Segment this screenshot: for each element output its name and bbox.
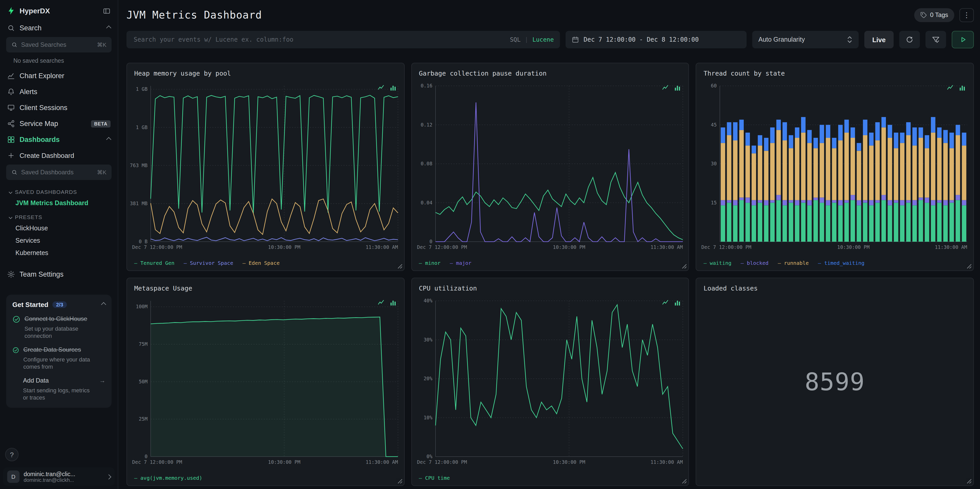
resize-handle[interactable] — [681, 478, 687, 484]
legend-item[interactable]: — CPU time — [419, 475, 450, 481]
chart-legend: — CPU time — [419, 475, 450, 481]
bell-icon — [7, 88, 15, 96]
svg-text:0: 0 — [430, 239, 432, 244]
chart-canvas: 0 B381 MB763 MB1 GB1 GBDec 7 12:00:00 PM… — [130, 81, 401, 251]
monitor-icon — [7, 104, 15, 111]
saved-searches-box[interactable]: ⌘K — [6, 37, 111, 53]
hyperdx-logo-icon — [7, 7, 16, 15]
bar-chart-toggle-icon[interactable] — [958, 84, 966, 92]
group-label: SAVED DASHBOARDS — [15, 189, 77, 195]
service-map-icon — [7, 120, 15, 127]
sidebar-item-team-settings[interactable]: Team Settings — [0, 266, 118, 282]
svg-text:25M: 25M — [139, 416, 148, 422]
svg-text:381 MB: 381 MB — [130, 201, 148, 206]
svg-text:45: 45 — [711, 122, 717, 127]
create-dashboard-button[interactable]: Create Dashboard — [0, 148, 118, 164]
chart-legend: — waiting— blocked— runnable— timed_wait… — [704, 260, 865, 266]
help-button[interactable]: ? — [5, 448, 19, 461]
sidebar-item-chart-explorer[interactable]: Chart Explorer — [0, 68, 118, 84]
chart-legend: — minor— major — [419, 260, 471, 266]
legend-item[interactable]: — Survivor Space — [184, 260, 234, 266]
granularity-value: Auto Granularity — [758, 36, 805, 43]
sidebar-item-services[interactable]: Services — [0, 234, 118, 247]
tags-button[interactable]: 0 Tags — [914, 8, 954, 22]
legend-item[interactable]: — blocked — [741, 260, 768, 266]
line-chart-toggle-icon[interactable] — [662, 84, 670, 92]
sidebar-item-search[interactable]: Search — [0, 20, 118, 36]
sidebar-item-service-map[interactable]: Service Map BETA — [0, 116, 118, 132]
legend-item[interactable]: — Eden Space — [242, 260, 280, 266]
sidebar-item-clickhouse[interactable]: ClickHouse — [0, 222, 118, 234]
sql-mode-toggle[interactable]: SQL — [510, 36, 520, 43]
task-desc: Set up your database connection — [24, 325, 105, 339]
main-content: JVM Metrics Dashboard 0 Tags ⋮ SQL | Luc… — [118, 0, 980, 489]
saved-dashboards-group-header[interactable]: SAVED DASHBOARDS — [0, 184, 118, 197]
resize-handle[interactable] — [397, 478, 402, 484]
plus-icon — [7, 152, 15, 159]
divider: | — [525, 36, 528, 43]
check-circle-icon — [12, 346, 19, 354]
task-add-data[interactable]: Add Data Start sending logs, metrics or … — [12, 377, 105, 401]
bar-chart-toggle-icon[interactable] — [674, 299, 681, 306]
bar-chart-toggle-icon[interactable] — [674, 84, 681, 92]
task-connect-clickhouse[interactable]: Connect to ClickHouse Set up your databa… — [12, 315, 105, 339]
brand-row: HyperDX — [0, 0, 118, 20]
task-title: Create Data Sources — [23, 346, 105, 354]
collapse-sidebar-icon[interactable] — [103, 7, 111, 15]
saved-dashboards-input[interactable] — [21, 169, 93, 176]
svg-text:0.04: 0.04 — [421, 200, 433, 205]
saved-searches-input[interactable] — [21, 41, 93, 48]
resize-handle[interactable] — [397, 263, 402, 269]
legend-item[interactable]: — avg(jvm.memory.used) — [134, 475, 202, 481]
legend-item[interactable]: — timed_waiting — [818, 260, 865, 266]
sidebar-item-label: Chart Explorer — [19, 72, 64, 80]
granularity-select[interactable]: Auto Granularity — [752, 31, 859, 48]
legend-item[interactable]: — Tenured Gen — [134, 260, 175, 266]
svg-text:0.16: 0.16 — [421, 83, 433, 88]
sidebar-item-dashboards[interactable]: Dashboards — [0, 132, 118, 148]
resize-handle[interactable] — [681, 263, 687, 269]
task-create-data-sources[interactable]: Create Data Sources Configure where your… — [12, 346, 105, 370]
date-range-picker[interactable]: Dec 7 12:00:00 - Dec 8 12:00:00 — [566, 31, 746, 48]
refresh-button[interactable] — [899, 31, 920, 48]
chart-panel-cpu: CPU utilization 0%10%20%30%40%Dec 7 12:0… — [411, 278, 689, 486]
presets-group-header[interactable]: PRESETS — [0, 209, 118, 222]
bar-chart-toggle-icon[interactable] — [389, 84, 397, 92]
svg-text:1 GB: 1 GB — [136, 124, 148, 130]
sidebar-item-label: Alerts — [19, 88, 37, 96]
more-menu-button[interactable]: ⋮ — [959, 8, 974, 22]
line-chart-toggle-icon[interactable] — [947, 84, 954, 92]
run-query-button[interactable] — [952, 31, 974, 48]
svg-text:11:30:00 AM: 11:30:00 AM — [366, 459, 398, 465]
line-chart-toggle-icon[interactable] — [377, 84, 385, 92]
funnel-edit-icon — [932, 35, 940, 44]
svg-text:10:30:00 PM: 10:30:00 PM — [268, 244, 301, 250]
legend-item[interactable]: — runnable — [778, 260, 808, 266]
legend-item[interactable]: — major — [450, 260, 471, 266]
saved-dashboards-box[interactable]: ⌘K — [6, 164, 111, 180]
legend-item[interactable]: — minor — [419, 260, 441, 266]
legend-item[interactable]: — waiting — [704, 260, 732, 266]
svg-text:40%: 40% — [423, 298, 433, 303]
bar-chart-toggle-icon[interactable] — [389, 299, 397, 306]
line-chart-toggle-icon[interactable] — [377, 299, 385, 306]
filter-button[interactable] — [926, 31, 946, 48]
app-root: HyperDX Search ⌘K No saved searches Char… — [0, 0, 980, 489]
resize-handle[interactable] — [966, 478, 972, 484]
sidebar-item-label: Service Map — [19, 120, 58, 127]
resize-handle[interactable] — [966, 263, 972, 269]
sidebar-item-client-sessions[interactable]: Client Sessions — [0, 100, 118, 116]
live-button[interactable]: Live — [864, 31, 894, 48]
event-search-input[interactable] — [126, 36, 560, 43]
chart-legend: — Tenured Gen— Survivor Space— Eden Spac… — [134, 260, 280, 266]
sidebar-item-alerts[interactable]: Alerts — [0, 84, 118, 100]
lucene-mode-toggle[interactable]: Lucene — [533, 36, 554, 43]
chart-canvas: 025M50M75M100MDec 7 12:00:00 PM10:30:00 … — [130, 296, 401, 466]
sidebar-item-label: Search — [19, 24, 41, 32]
user-menu[interactable]: D dominic.tran@clic... dominic.tran@clic… — [3, 467, 115, 486]
chevron-up-icon[interactable] — [101, 302, 106, 307]
chart-canvas: 15304560Dec 7 12:00:00 PM10:30:00 PM11:3… — [700, 81, 970, 251]
line-chart-toggle-icon[interactable] — [662, 299, 670, 306]
sidebar-item-jvm-metrics-dashboard[interactable]: JVM Metrics Dashboard — [0, 197, 118, 209]
sidebar-item-kubernetes[interactable]: Kubernetes — [0, 247, 118, 259]
